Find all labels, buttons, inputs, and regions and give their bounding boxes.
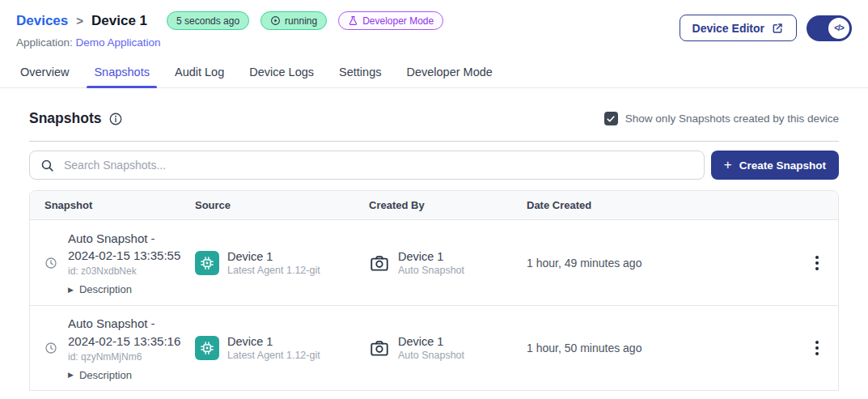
clock-icon (44, 342, 57, 354)
date-created: 1 hour, 50 minutes ago (527, 342, 806, 354)
breadcrumb-separator: > (76, 14, 83, 28)
code-toggle-icon: </> (827, 16, 851, 40)
application-line: Application: Demo Application (16, 36, 443, 49)
column-header-created-by: Created By (369, 199, 527, 211)
snapshots-table: Snapshot Source Created By Date Created … (29, 190, 839, 391)
clock-icon (44, 257, 57, 270)
created-by-method: Auto Snapshot (398, 350, 464, 361)
tab-snapshots[interactable]: Snapshots (87, 58, 157, 87)
tab-device-logs[interactable]: Device Logs (242, 58, 321, 87)
info-icon[interactable] (108, 112, 123, 126)
triangle-right-icon: ▶ (68, 371, 74, 379)
triangle-right-icon: ▶ (68, 286, 74, 294)
device-chip-icon (195, 251, 219, 275)
flask-icon (348, 15, 358, 26)
snapshot-id: id: z03NxdbNek (68, 265, 188, 277)
source-device-name: Device 1 (227, 335, 320, 348)
tab-developer-mode[interactable]: Developer Mode (399, 58, 499, 87)
description-toggle[interactable]: ▶ Description (68, 283, 188, 295)
section-divider (29, 141, 839, 142)
application-link[interactable]: Demo Application (76, 36, 161, 49)
column-header-date-created: Date Created (527, 199, 806, 211)
search-icon (40, 159, 54, 172)
created-by-name: Device 1 (398, 335, 464, 348)
camera-icon (369, 253, 390, 274)
developer-mode-toggle[interactable]: </> (807, 15, 852, 41)
search-input[interactable] (64, 159, 693, 172)
kebab-menu-icon[interactable] (806, 251, 828, 275)
created-by-method: Auto Snapshot (398, 265, 464, 276)
tab-bar: Overview Snapshots Audit Log Device Logs… (0, 58, 868, 88)
tab-overview[interactable]: Overview (13, 58, 76, 87)
play-circle-icon (270, 15, 281, 26)
create-snapshot-button[interactable]: + Create Snapshot (711, 151, 839, 180)
column-header-snapshot: Snapshot (44, 199, 195, 211)
plus-icon: + (724, 157, 732, 173)
device-editor-button[interactable]: Device Editor (680, 15, 797, 41)
source-agent: Latest Agent 1.12-git (227, 265, 320, 276)
breadcrumb-devices-link[interactable]: Devices (16, 13, 68, 29)
search-box[interactable] (29, 151, 705, 180)
external-link-icon (771, 22, 784, 35)
device-chip-icon (195, 336, 219, 360)
description-toggle[interactable]: ▶ Description (68, 369, 188, 381)
source-agent: Latest Agent 1.12-git (227, 350, 320, 361)
snapshot-title: Auto Snapshot - 2024-02-15 13:35:16 (68, 315, 188, 350)
table-header-row: Snapshot Source Created By Date Created (30, 191, 838, 220)
filter-checkbox[interactable] (604, 112, 618, 125)
section-title: Snapshots (29, 110, 101, 127)
source-device-name: Device 1 (227, 250, 320, 263)
table-row: Auto Snapshot - 2024-02-15 13:35:55 id: … (30, 220, 838, 305)
filter-checkbox-label[interactable]: Show only Snapshots created by this devi… (625, 112, 839, 125)
tab-settings[interactable]: Settings (332, 58, 388, 87)
last-seen-badge: 5 seconds ago (167, 11, 249, 30)
table-row: Auto Snapshot - 2024-02-15 13:35:16 id: … (30, 305, 838, 390)
developer-mode-badge[interactable]: Developer Mode (338, 11, 443, 30)
column-header-source: Source (195, 199, 369, 211)
status-badge: running (260, 11, 327, 30)
application-label: Application: (16, 36, 73, 49)
snapshot-id: id: qzyNmMjNm6 (68, 351, 188, 363)
date-created: 1 hour, 49 minutes ago (527, 257, 806, 270)
snapshot-title: Auto Snapshot - 2024-02-15 13:35:55 (68, 230, 188, 265)
page-header: Devices > Device 1 5 seconds ago running (0, 0, 868, 49)
breadcrumb: Devices > Device 1 5 seconds ago running (16, 11, 443, 30)
tab-audit-log[interactable]: Audit Log (167, 58, 231, 87)
created-by-name: Device 1 (398, 250, 464, 263)
checkmark-icon (606, 114, 616, 124)
camera-icon (369, 337, 390, 359)
kebab-menu-icon[interactable] (806, 336, 828, 360)
breadcrumb-current-device: Device 1 (91, 13, 147, 29)
